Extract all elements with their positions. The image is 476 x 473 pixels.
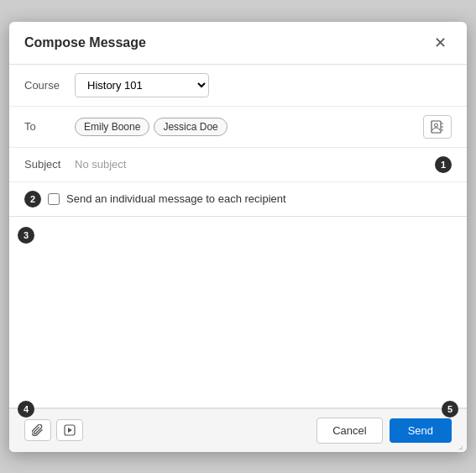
form-section: Course History 101 English 201 Math 301 …	[9, 65, 467, 217]
address-book-button[interactable]	[423, 115, 452, 139]
media-button[interactable]	[56, 419, 83, 441]
recipients-container: Emily Boone Jessica Doe	[75, 118, 419, 136]
send-button[interactable]: Send	[390, 418, 452, 443]
message-body-section: 3	[9, 217, 467, 408]
message-textarea[interactable]	[24, 227, 452, 395]
badge-4: 4	[18, 401, 34, 418]
course-row: Course History 101 English 201 Math 301	[9, 65, 467, 107]
footer-right-actions: Cancel Send	[316, 418, 452, 444]
course-label: Course	[24, 79, 75, 92]
svg-marker-6	[68, 428, 72, 433]
modal-footer: 4 5 Cancel Send ⌟	[9, 408, 467, 452]
subject-input[interactable]	[75, 158, 430, 171]
play-icon	[64, 424, 76, 436]
badge-3: 3	[18, 227, 34, 244]
resize-handle: ⌟	[458, 440, 463, 450]
recipient-tag-jessica[interactable]: Jessica Doe	[154, 118, 227, 136]
address-book-icon	[431, 120, 444, 134]
badge-1: 1	[435, 156, 452, 173]
cancel-button[interactable]: Cancel	[316, 418, 382, 444]
modal-title: Compose Message	[24, 35, 146, 50]
compose-message-modal: Compose Message ✕ Course History 101 Eng…	[9, 22, 467, 452]
modal-header: Compose Message ✕	[9, 22, 467, 65]
modal-overlay: Compose Message ✕ Course History 101 Eng…	[0, 0, 476, 473]
subject-label: Subject	[24, 158, 75, 171]
to-row: To Emily Boone Jessica Doe	[9, 107, 467, 148]
footer-left-tools	[24, 419, 83, 441]
individual-checkbox[interactable]	[48, 193, 60, 205]
svg-point-4	[435, 124, 438, 127]
to-label: To	[24, 120, 75, 133]
course-select[interactable]: History 101 English 201 Math 301	[75, 73, 209, 97]
badge-5: 5	[442, 401, 458, 418]
paperclip-icon	[32, 424, 44, 436]
subject-row: Subject 1	[9, 148, 467, 182]
individual-message-row: 2 Send an individual message to each rec…	[9, 182, 467, 216]
individual-label: Send an individual message to each recip…	[66, 192, 286, 205]
to-field: Emily Boone Jessica Doe	[75, 115, 452, 139]
recipient-tag-emily[interactable]: Emily Boone	[75, 118, 149, 136]
attach-button[interactable]	[24, 419, 51, 441]
badge-2: 2	[24, 191, 41, 208]
close-button[interactable]: ✕	[429, 34, 452, 52]
